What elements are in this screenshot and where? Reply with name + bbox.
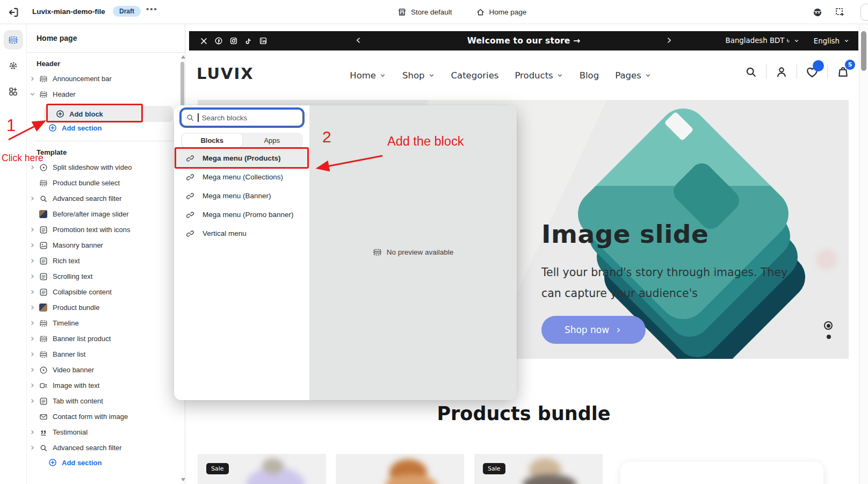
block-option-mega-menu-banner[interactable]: Mega menu (Banner): [174, 186, 309, 205]
panel-scroll-up-arrow[interactable]: [181, 55, 185, 59]
sidebar-item-scrolling-text[interactable]: Scrolling text: [28, 269, 184, 284]
search-icon[interactable]: [744, 65, 758, 79]
add-block-button[interactable]: Add block: [44, 106, 173, 122]
chevron-right-icon[interactable]: [28, 320, 37, 327]
sidebar-item-split-slideshow-with-video[interactable]: Split slideshow with video: [28, 160, 184, 175]
block-option-mega-menu-collections[interactable]: Mega menu (Collections): [174, 168, 309, 186]
sidebar-item-product-bundle[interactable]: Product bundle: [28, 300, 184, 315]
sidebar-item-masonry-banner[interactable]: Masonry banner: [28, 237, 184, 253]
panel-scroll-down-arrow[interactable]: [181, 478, 185, 481]
chevron-down-icon: [428, 72, 435, 79]
carousel-dot[interactable]: [827, 335, 831, 339]
block-option-mega-menu-promo-banner[interactable]: Mega menu (Promo banner): [174, 205, 309, 224]
rail-apps-button[interactable]: [4, 82, 23, 101]
chevron-right-icon[interactable]: [28, 257, 37, 264]
sidebar-item-testimonial[interactable]: Testimonial: [28, 424, 184, 440]
save-button-partial[interactable]: [860, 4, 868, 20]
chevron-right-icon[interactable]: [28, 335, 37, 342]
bundle-summary-card[interactable]: [620, 462, 823, 484]
preview-scrollbar[interactable]: [859, 24, 868, 484]
cart-bag-icon[interactable]: 5: [836, 65, 850, 79]
wishlist-heart-icon[interactable]: [805, 65, 819, 79]
block-option-vertical-menu[interactable]: Vertical menu: [174, 224, 309, 243]
search-blocks-input[interactable]: [202, 114, 288, 122]
home-icon: [476, 8, 485, 17]
sidebar-item-advanced-search-filter-2[interactable]: Advanced search filter: [28, 440, 184, 456]
sidebar-item-timeline[interactable]: Timeline: [28, 315, 184, 331]
sidebar-item-rich-text[interactable]: Rich text: [28, 253, 184, 269]
nav-item-pages[interactable]: Pages: [615, 70, 652, 81]
search-blocks-field[interactable]: [181, 109, 303, 126]
preview-ghost-icon[interactable]: [812, 7, 823, 18]
overflow-menu-button[interactable]: •••: [146, 4, 158, 13]
chevron-right-icon[interactable]: [28, 226, 37, 233]
chevron-right-icon[interactable]: [28, 195, 37, 202]
popup-tabs: Blocks Apps: [181, 133, 303, 148]
store-icon: [397, 8, 407, 17]
preview-scrollbar-thumb[interactable]: [861, 31, 866, 71]
nav-item-categories[interactable]: Categories: [451, 70, 499, 81]
exit-editor-button[interactable]: [8, 6, 20, 19]
sidebar-item-label: Promotion text with icons: [53, 226, 131, 234]
sidebar-item-banner-list-product[interactable]: Banner list product: [28, 331, 184, 346]
sidebar-item-label: Banner list: [53, 350, 85, 358]
product-card[interactable]: Sale: [474, 454, 603, 484]
page-selector[interactable]: Home page: [476, 8, 527, 17]
sidebar-item-video-banner[interactable]: Video banner: [28, 362, 184, 378]
language-selector[interactable]: English: [814, 37, 850, 45]
chevron-right-icon[interactable]: [28, 288, 37, 295]
text-block-icon: [39, 397, 48, 406]
sidebar-item-advanced-search-filter[interactable]: Advanced search filter: [28, 191, 184, 206]
add-section-button-template[interactable]: Add section: [48, 458, 102, 467]
chevron-right-icon[interactable]: [28, 366, 37, 373]
sidebar-item-collapsible-content[interactable]: Collapsible content: [28, 284, 184, 300]
account-icon[interactable]: [775, 65, 789, 79]
block-option-mega-menu-products[interactable]: Mega menu (Products): [174, 149, 309, 168]
store-logo[interactable]: LUVIX: [197, 64, 254, 83]
text-block-icon: [39, 288, 48, 297]
chevron-right-icon[interactable]: [28, 429, 37, 436]
inspector-cursor-icon[interactable]: [835, 7, 845, 18]
chevron-right-icon[interactable]: [28, 382, 37, 389]
rail-settings-button[interactable]: [4, 56, 23, 75]
currency-selector[interactable]: Bangladesh BDT ৳: [726, 37, 800, 45]
sidebar-item-image-with-text[interactable]: Image with text: [28, 378, 184, 393]
sidebar-item-product-bundle-select[interactable]: Product bundle select: [28, 175, 184, 191]
sidebar-item-promotion-text-with-icons[interactable]: Promotion text with icons: [28, 222, 184, 237]
tab-blocks[interactable]: Blocks: [182, 134, 242, 147]
nav-item-home[interactable]: Home: [350, 70, 386, 81]
search-icon: [186, 113, 194, 122]
nav-item-shop[interactable]: Shop: [402, 70, 435, 81]
chevron-right-icon[interactable]: [28, 398, 37, 404]
chevron-right-icon[interactable]: [28, 351, 37, 358]
chevron-right-icon[interactable]: [28, 164, 37, 171]
text-block-icon: [39, 226, 48, 234]
sidebar-item-tab-with-content[interactable]: Tab with content: [28, 393, 184, 409]
tab-apps[interactable]: Apps: [242, 134, 302, 147]
sidebar-item-banner-list[interactable]: Banner list: [28, 346, 184, 362]
panel-scrollbar-thumb[interactable]: [180, 62, 184, 106]
sidebar-item-announcement-bar[interactable]: Announcement bar: [28, 71, 184, 86]
nav-item-blog[interactable]: Blog: [580, 70, 599, 81]
nav-item-products[interactable]: Products: [515, 70, 563, 81]
sidebar-item-before-after-image-slider[interactable]: Before/after image slider: [28, 206, 184, 222]
chevron-right-icon[interactable]: [28, 273, 37, 280]
shop-now-button[interactable]: Shop now: [541, 316, 646, 344]
add-section-label: Add section: [62, 124, 102, 132]
rail-sections-button[interactable]: [4, 30, 23, 49]
chevron-right-icon[interactable]: [28, 75, 37, 82]
chevron-right-icon[interactable]: [28, 304, 37, 311]
sidebar-item-header[interactable]: Header: [28, 86, 184, 102]
store-selector[interactable]: Store default: [397, 8, 452, 17]
chevron-right-icon[interactable]: [28, 444, 37, 451]
chevron-down-icon[interactable]: [28, 91, 37, 98]
sidebar-item-contact-form-with-image[interactable]: Contact form with image: [28, 409, 184, 424]
carousel-dot-active[interactable]: [824, 321, 833, 330]
add-section-button-header[interactable]: Add section: [48, 124, 102, 132]
product-card[interactable]: [336, 454, 464, 484]
product-card[interactable]: Sale: [198, 454, 326, 484]
chevron-down-icon: [556, 72, 563, 79]
template-group-label: Template: [37, 148, 67, 156]
chevron-right-icon[interactable]: [28, 242, 37, 249]
announcement-next-arrow[interactable]: [664, 35, 674, 45]
